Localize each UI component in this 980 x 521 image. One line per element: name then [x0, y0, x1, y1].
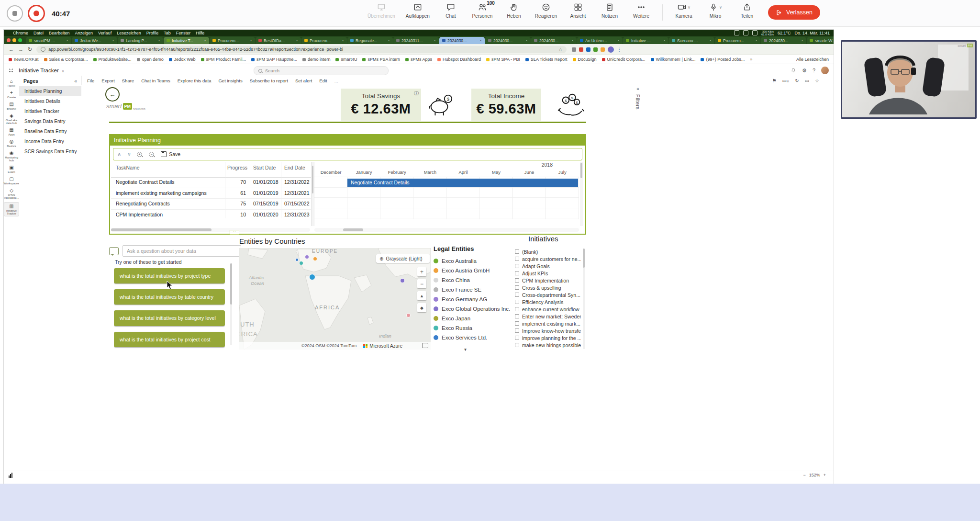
close-tab-icon[interactable]: × — [801, 38, 803, 43]
action-bar-item[interactable]: Explore this data — [178, 78, 212, 83]
legend-entry[interactable]: Exco China — [434, 275, 514, 285]
app-title[interactable]: Initiative Tracker ∨ — [19, 68, 64, 73]
checkbox[interactable] — [515, 271, 519, 275]
initiative-checkbox-row[interactable]: Adapt Goals — [515, 262, 581, 270]
close-tab-icon[interactable]: × — [525, 38, 528, 43]
checkbox[interactable] — [515, 307, 519, 311]
map-data-point[interactable] — [305, 255, 309, 259]
entities-map[interactable]: EUROPE AFRICA Atlantic Ocean Indian UTH … — [239, 248, 431, 350]
initiative-checkbox-row[interactable]: Efficiency Analysis — [515, 298, 581, 306]
map-data-point[interactable] — [313, 257, 317, 261]
participants-button[interactable]: 100 Personen — [472, 2, 493, 19]
close-tab-icon[interactable]: × — [342, 38, 344, 43]
site-info-icon[interactable] — [41, 47, 45, 52]
initiative-checkbox-row[interactable]: CPM Implementation — [515, 277, 581, 284]
browser-tab[interactable]: Regionale... × — [347, 37, 393, 44]
bookmark-item[interactable]: Sales & Corporate... — [44, 57, 88, 62]
menu-item[interactable]: Hilfe — [196, 31, 204, 35]
map-zoom-out-button[interactable]: − — [417, 279, 426, 288]
action-bar-item[interactable]: ... — [334, 78, 338, 83]
menu-item[interactable]: Fenster — [176, 31, 191, 35]
legend-entry[interactable]: Exco Australia — [434, 256, 514, 266]
record-button[interactable] — [28, 5, 45, 22]
browser-tab[interactable]: Procurem... × — [210, 37, 255, 44]
maximize-window-button[interactable] — [18, 38, 22, 42]
browser-tab[interactable]: Landing P... × — [118, 37, 163, 44]
checkbox[interactable] — [515, 321, 519, 326]
action-bar-item[interactable]: Subscribe to report — [250, 78, 288, 83]
extension-icon[interactable] — [579, 47, 583, 52]
browser-tab[interactable]: 2024030... × — [485, 37, 531, 44]
bell-icon[interactable] — [791, 68, 796, 73]
checkbox[interactable] — [515, 336, 519, 340]
close-tab-icon[interactable]: × — [388, 38, 390, 43]
initiative-checkbox-row[interactable]: implement existing mark... — [515, 320, 581, 327]
browser-tab[interactable]: Scenario ... × — [669, 37, 714, 44]
close-tab-icon[interactable]: × — [755, 38, 757, 43]
qna-suggestion-button[interactable]: what is the total initiatives by table c… — [114, 289, 225, 305]
filters-pane-collapsed[interactable]: « Filters — [633, 86, 643, 125]
reload-icon[interactable]: ↻ — [28, 46, 32, 53]
bookmark-item[interactable]: Produktwebsite... — [93, 57, 132, 62]
star-icon[interactable]: ☆ — [815, 78, 819, 83]
close-tab-icon[interactable]: × — [112, 38, 114, 43]
browser-tab[interactable]: Initiative ... × — [623, 37, 668, 44]
page-item[interactable]: Initiative Tracker — [19, 106, 81, 116]
table-gantt-splitter[interactable] — [311, 162, 314, 226]
nav-rail-item[interactable]: ◈ OneLake data hub — [4, 113, 19, 125]
search-input[interactable]: Search — [254, 66, 389, 75]
gantt-horizontal-scrollbar[interactable] — [314, 228, 579, 232]
browser-tab[interactable]: Procurem... × — [715, 37, 760, 44]
qna-input[interactable] — [122, 245, 241, 257]
bookmark-item[interactable]: sPMs Apps — [405, 57, 432, 62]
menu-item[interactable]: Anzeigen — [75, 31, 93, 35]
close-tab-icon[interactable]: × — [571, 38, 574, 43]
bookmark-item[interactable]: open demo — [137, 57, 164, 62]
zoom-out-icon[interactable]: − — [803, 473, 805, 477]
raise-hand-button[interactable]: Heben — [503, 2, 524, 19]
map-data-point[interactable] — [309, 274, 315, 280]
legend-entry[interactable]: Exco Germany AG — [434, 294, 514, 304]
collapse-pane-icon[interactable]: « — [74, 78, 77, 84]
react-button[interactable]: Reagieren — [535, 2, 557, 19]
close-tab-icon[interactable]: × — [66, 38, 68, 43]
table-horizontal-scrollbar[interactable] — [111, 228, 310, 232]
checkbox[interactable] — [515, 293, 519, 297]
qna-scrollbar[interactable] — [230, 263, 232, 345]
bookmark-item[interactable]: UniCredit Corpora... — [602, 57, 646, 62]
initiative-checkbox-row[interactable]: enhance current workflow — [515, 306, 581, 313]
browser-tab[interactable]: Initiative T... × — [164, 37, 209, 44]
legend-expand-icon[interactable]: ▾ — [464, 347, 467, 352]
expand-filters-icon[interactable]: « — [636, 86, 639, 91]
nav-rail-item[interactable]: ▦ Apps — [4, 127, 19, 136]
table-row[interactable]: CPM Implementation 10 01/01/2020 12/31/2… — [111, 210, 311, 221]
view-button[interactable]: Ansicht — [568, 2, 589, 19]
browser-tab[interactable]: 20240311... × — [393, 37, 439, 44]
bookmark-star-icon[interactable]: ☆ — [558, 47, 562, 52]
close-tab-icon[interactable]: × — [296, 38, 298, 43]
nav-rail-item[interactable]: ▥ Initiative Tracker — [4, 202, 19, 216]
action-bar-item[interactable]: Edit — [319, 78, 327, 83]
page-item[interactable]: Baseline Data Entry — [19, 126, 81, 136]
initiative-checkbox-row[interactable]: make new hirings possible — [515, 341, 581, 349]
nav-rail-item[interactable]: ⌂ Home — [4, 79, 19, 87]
browser-tab[interactable]: smarte W... × — [807, 37, 834, 44]
browser-tab[interactable]: 2024030... × — [531, 37, 577, 44]
bookmarks-overflow-icon[interactable]: » — [750, 57, 752, 62]
close-tab-icon[interactable]: × — [709, 38, 712, 43]
chrome-menu-icon[interactable]: ⋮ — [617, 47, 622, 52]
user-avatar[interactable] — [821, 67, 829, 74]
initiative-checkbox-row[interactable]: Enter new market: Sweden — [515, 313, 581, 320]
bookmark-item[interactable]: sPM SPA - PBI — [486, 57, 520, 62]
browser-tab[interactable]: 2024030... × — [439, 37, 485, 44]
status-icon[interactable] — [752, 30, 757, 35]
checkbox[interactable] — [515, 285, 519, 290]
zoom-out-icon[interactable]: − — [149, 152, 154, 157]
gantt-task-bar[interactable]: Negotiate Contract Details — [347, 179, 578, 187]
comment-icon[interactable]: ▭ — [805, 78, 809, 83]
checkbox[interactable] — [515, 257, 519, 261]
page-item[interactable]: Initiative Planning — [19, 86, 81, 96]
camera-button[interactable]: ∨ Kamera — [673, 2, 694, 19]
extension-icon[interactable] — [601, 47, 605, 52]
page-item[interactable]: Income Data Entry — [19, 136, 81, 147]
